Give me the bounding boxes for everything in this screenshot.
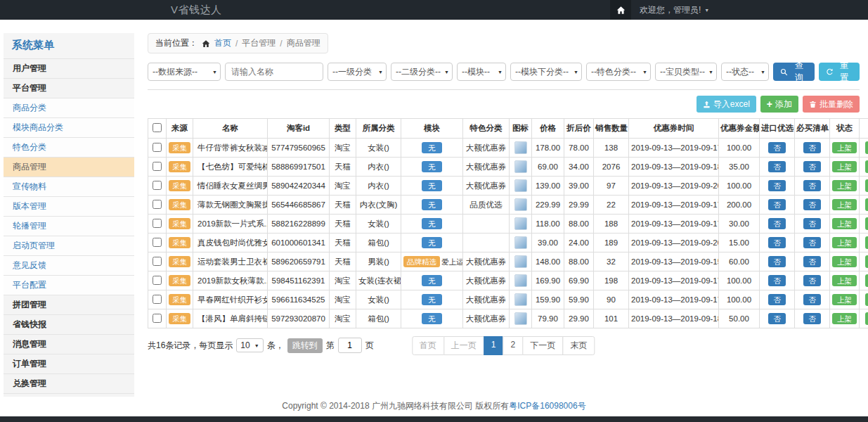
edit-button[interactable] — [865, 274, 868, 287]
imported-toggle-button[interactable]: 否 — [768, 294, 786, 305]
row-checkbox[interactable] — [153, 314, 162, 323]
filter-data-source-select[interactable]: --数据来源--▼ — [148, 63, 221, 81]
status-button[interactable]: 上架 — [832, 142, 857, 153]
breadcrumb-home-link[interactable]: 首页 — [214, 37, 231, 49]
sidebar-item-platform-management[interactable]: 平台管理 — [4, 79, 134, 98]
must-buy-toggle-button[interactable]: 否 — [803, 294, 821, 305]
sidebar-item-goods-management[interactable]: 商品管理 — [4, 158, 134, 177]
must-buy-toggle-button[interactable]: 否 — [803, 161, 821, 172]
page-button-末页[interactable]: 末页 — [562, 336, 595, 355]
select-all-checkbox[interactable] — [153, 123, 162, 132]
home-button[interactable] — [610, 0, 631, 20]
sidebar-item-module-goods-category[interactable]: 模块商品分类 — [4, 118, 134, 138]
status-button[interactable]: 上架 — [832, 294, 857, 305]
per-page-select[interactable]: 10 ▼ — [236, 338, 263, 352]
must-buy-toggle-button[interactable]: 否 — [803, 313, 821, 324]
status-button[interactable]: 上架 — [832, 256, 857, 267]
imported-toggle-button[interactable]: 否 — [768, 161, 786, 172]
must-buy-toggle-button[interactable]: 否 — [803, 180, 821, 191]
page-button-1[interactable]: 1 — [484, 336, 504, 355]
row-checkbox[interactable] — [153, 219, 162, 228]
status-button[interactable]: 上架 — [832, 275, 857, 286]
batch-delete-button[interactable]: 批量删除 — [803, 96, 860, 113]
filter-item-type-select[interactable]: --宝贝类型--▼ — [655, 63, 717, 81]
status-button[interactable]: 上架 — [832, 237, 857, 248]
sidebar-item-saving-news[interactable]: 省钱快报 — [4, 315, 134, 335]
jump-button[interactable]: 跳转到 — [287, 338, 323, 353]
row-checkbox[interactable] — [153, 181, 162, 190]
cell-discount_price: 88.00 — [564, 215, 594, 234]
status-button[interactable]: 上架 — [832, 218, 857, 229]
imported-toggle-button[interactable]: 否 — [768, 256, 786, 267]
imported-toggle-button[interactable]: 否 — [768, 199, 786, 210]
sidebar-item-platform-config[interactable]: 平台配置 — [4, 276, 134, 295]
cell-status: 上架 — [830, 177, 860, 196]
row-checkbox[interactable] — [153, 162, 162, 171]
filter-module-sub-select[interactable]: --模块下分类--▼ — [510, 63, 582, 81]
import-excel-button[interactable]: 导入excel — [697, 96, 756, 113]
must-buy-toggle-button[interactable]: 否 — [803, 142, 821, 153]
imported-toggle-button[interactable]: 否 — [768, 275, 786, 286]
imported-toggle-button[interactable]: 否 — [768, 142, 786, 153]
page-button-下一页[interactable]: 下一页 — [522, 336, 563, 355]
sidebar-item-carousel-management[interactable]: 轮播管理 — [4, 217, 134, 236]
sidebar-item-exchange-management[interactable]: 兑换管理 — [4, 374, 134, 394]
filter-name-input[interactable] — [225, 63, 323, 81]
row-checkbox[interactable] — [153, 276, 162, 285]
add-button[interactable]: + 添加 — [760, 96, 798, 113]
filter-level1-category-select[interactable]: --一级分类▼ — [328, 63, 387, 81]
must-buy-toggle-button[interactable]: 否 — [803, 199, 821, 210]
sidebar-item-order-management[interactable]: 订单管理 — [4, 354, 134, 374]
imported-toggle-button[interactable]: 否 — [768, 313, 786, 324]
page-button-首页[interactable]: 首页 — [412, 336, 444, 355]
imported-toggle-button[interactable]: 否 — [768, 180, 786, 191]
edit-button[interactable] — [865, 179, 868, 192]
page-button-上一页[interactable]: 上一页 — [443, 336, 484, 355]
sidebar-item-version-management[interactable]: 版本管理 — [4, 197, 134, 217]
must-buy-toggle-button[interactable]: 否 — [803, 237, 821, 248]
cell-name: 【七色纺】可爱纯棉家... — [193, 158, 268, 177]
imported-toggle-button[interactable]: 否 — [768, 218, 786, 229]
row-checkbox[interactable] — [153, 238, 162, 247]
sidebar-item-feature-category[interactable]: 特色分类 — [4, 138, 134, 158]
filter-feature-category-select[interactable]: --特色分类--▼ — [586, 63, 651, 81]
sidebar-item-splash-page-management[interactable]: 启动页管理 — [4, 236, 134, 256]
row-checkbox[interactable] — [153, 200, 162, 209]
row-checkbox[interactable] — [153, 143, 162, 152]
edit-button[interactable] — [865, 293, 868, 306]
sidebar-item-goods-category[interactable]: 商品分类 — [4, 98, 134, 118]
filter-level2-category-select[interactable]: --二级分类--▼ — [391, 63, 453, 81]
imported-toggle-button[interactable]: 否 — [768, 237, 786, 248]
edit-button[interactable] — [865, 160, 868, 173]
status-button[interactable]: 上架 — [832, 180, 857, 191]
cell-coupon_amount: 100.00 — [719, 177, 760, 196]
must-buy-toggle-button[interactable]: 否 — [803, 218, 821, 229]
filter-status-select[interactable]: --状态--▼ — [721, 63, 769, 81]
icp-link[interactable]: 粤ICP备16098006号 — [509, 401, 585, 411]
sidebar-item-message-management[interactable]: 消息管理 — [4, 335, 134, 354]
sidebar-item-promo-material[interactable]: 宣传物料 — [4, 177, 134, 197]
status-button[interactable]: 上架 — [832, 161, 857, 172]
must-buy-toggle-button[interactable]: 否 — [803, 256, 821, 267]
reset-button[interactable]: 重置 — [819, 63, 860, 81]
page-input[interactable] — [338, 338, 362, 353]
must-buy-toggle-button[interactable]: 否 — [803, 275, 821, 286]
page-button-2[interactable]: 2 — [503, 336, 524, 355]
edit-button[interactable] — [865, 236, 868, 249]
row-checkbox[interactable] — [153, 295, 162, 304]
user-menu[interactable]: 欢迎您，管理员! ▼ — [640, 4, 709, 16]
filter-module-select[interactable]: --模块--▼ — [457, 63, 506, 81]
edit-button[interactable] — [865, 255, 868, 268]
sidebar-item-feedback[interactable]: 意见反馈 — [4, 256, 134, 276]
edit-button[interactable] — [865, 141, 868, 154]
status-button[interactable]: 上架 — [832, 199, 857, 210]
row-checkbox[interactable] — [153, 257, 162, 266]
sidebar-item-groupbuy-management[interactable]: 拼团管理 — [4, 295, 134, 315]
sidebar-item-user-management[interactable]: 用户管理 — [4, 59, 134, 79]
cell-name: 真皮钱包时尚优雅女士... — [193, 234, 268, 252]
search-button[interactable]: 查询 — [773, 63, 815, 81]
edit-button[interactable] — [865, 312, 868, 325]
status-button[interactable]: 上架 — [832, 313, 857, 324]
edit-button[interactable] — [865, 198, 868, 211]
edit-button[interactable] — [865, 217, 868, 230]
